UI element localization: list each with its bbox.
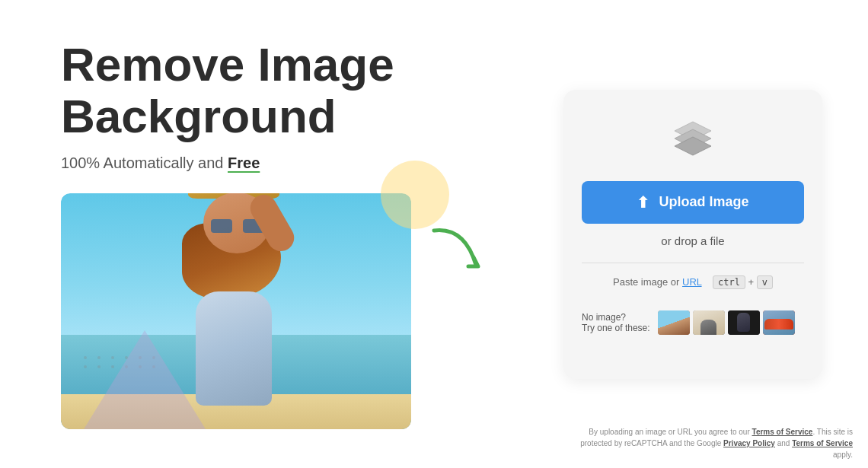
- layers-icon: [669, 114, 717, 163]
- page-title: Remove Image Background: [61, 39, 563, 142]
- sample-thumb-3[interactable]: [728, 310, 760, 335]
- footer-prefix: By uploading an image or URL you agree t…: [589, 428, 752, 436]
- upload-icon-area: [582, 114, 804, 163]
- sample-thumbs: [658, 310, 795, 335]
- footer-apply: apply.: [833, 450, 853, 459]
- arrow-container: [426, 219, 487, 283]
- sample-images-section: No image? Try one of these:: [582, 304, 804, 335]
- right-panel: ⬆ Upload Image or drop a file Paste imag…: [563, 90, 822, 379]
- upload-icon: ⬆: [637, 193, 649, 212]
- left-content: Remove Image Background 100% Automatical…: [61, 39, 563, 429]
- footer-text: By uploading an image or URL you agree t…: [579, 426, 853, 460]
- footer-privacy-link[interactable]: Privacy Policy: [723, 439, 775, 447]
- kbd-v: v: [757, 275, 773, 289]
- no-image-label: No image?: [582, 312, 650, 323]
- face: [203, 193, 270, 253]
- footer-tos-link[interactable]: Terms of Service: [752, 428, 813, 436]
- subtitle: 100% Automatically and Free: [61, 154, 563, 172]
- drop-file-text: or drop a file: [582, 234, 804, 247]
- paste-section: Paste image or URL ctrl + v: [582, 275, 804, 289]
- kbd-plus: +: [748, 276, 757, 288]
- upload-button-label: Upload Image: [659, 194, 748, 210]
- page-container: Remove Image Background 100% Automatical…: [0, 0, 868, 468]
- try-label: Try one of these:: [582, 323, 650, 333]
- sample-thumb-2[interactable]: [693, 310, 725, 335]
- url-link[interactable]: URL: [682, 276, 702, 288]
- triangle-decoration: [84, 330, 206, 429]
- curved-arrow-icon: [426, 219, 487, 280]
- upload-panel: ⬆ Upload Image or drop a file Paste imag…: [563, 90, 822, 379]
- kbd-ctrl: ctrl: [713, 275, 745, 289]
- body: [196, 291, 272, 406]
- divider: [582, 263, 804, 263]
- upload-image-button[interactable]: ⬆ Upload Image: [582, 181, 804, 224]
- paste-label: Paste image or: [613, 276, 682, 288]
- footer-and: and: [775, 439, 792, 447]
- sample-thumb-1[interactable]: [658, 310, 690, 335]
- footer-tos2-link[interactable]: Terms of Service: [792, 439, 853, 447]
- subtitle-bold: Free: [228, 154, 260, 171]
- no-image-text: No image? Try one of these:: [582, 312, 650, 333]
- subtitle-regular: 100% Automatically and: [61, 154, 228, 171]
- sample-thumb-4[interactable]: [763, 310, 795, 335]
